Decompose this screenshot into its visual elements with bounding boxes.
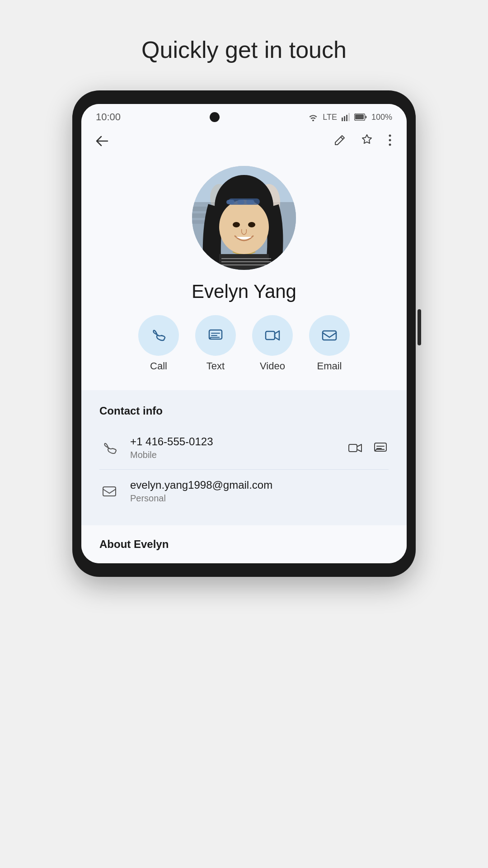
svg-point-7 xyxy=(389,139,391,142)
about-title: About Evelyn xyxy=(99,538,389,551)
svg-rect-0 xyxy=(342,118,343,121)
text-button[interactable] xyxy=(195,315,236,356)
phone-actions xyxy=(347,440,389,456)
lte-label: LTE xyxy=(323,113,337,122)
email-button[interactable] xyxy=(309,315,350,356)
email-contact-text: evelyn.yang1998@gmail.com Personal xyxy=(130,479,389,504)
phone-contact-item: +1 416-555-0123 Mobile xyxy=(99,428,389,467)
svg-point-8 xyxy=(389,144,391,146)
video-label: Video xyxy=(260,360,285,372)
svg-rect-29 xyxy=(349,444,357,452)
svg-rect-21 xyxy=(246,200,254,204)
about-section: About Evelyn xyxy=(81,525,407,563)
svg-rect-28 xyxy=(323,331,336,340)
status-icons: LTE 100% xyxy=(308,113,392,122)
contact-info-section: Contact info +1 416-555-0123 Mobile xyxy=(81,390,407,525)
star-button[interactable] xyxy=(361,134,373,150)
page-title: Quickly get in touch xyxy=(141,36,347,63)
edit-button[interactable] xyxy=(333,134,346,150)
side-button xyxy=(418,309,421,345)
svg-rect-20 xyxy=(237,200,244,204)
email-contact-icon xyxy=(99,481,119,501)
phone-number: +1 416-555-0123 xyxy=(130,435,347,448)
svg-rect-27 xyxy=(266,331,275,340)
action-buttons: Call Text xyxy=(138,315,350,372)
call-button[interactable] xyxy=(138,315,179,356)
email-button-wrap: Email xyxy=(309,315,350,372)
profile-section: Evelyn Yang Call xyxy=(81,157,407,390)
toolbar-actions xyxy=(333,134,392,150)
email-address: evelyn.yang1998@gmail.com xyxy=(130,479,389,491)
status-time: 10:00 xyxy=(96,111,121,123)
toolbar xyxy=(81,127,407,157)
call-label: Call xyxy=(150,360,167,372)
email-contact-item: evelyn.yang1998@gmail.com Personal xyxy=(99,472,389,511)
wifi-icon xyxy=(308,113,318,121)
svg-rect-2 xyxy=(346,115,347,121)
phone-screen: 10:00 LTE xyxy=(81,104,407,563)
email-label: Email xyxy=(317,360,342,372)
phone-text-button[interactable] xyxy=(372,440,389,456)
svg-rect-1 xyxy=(344,116,345,121)
divider-1 xyxy=(99,469,389,470)
contact-info-title: Contact info xyxy=(99,405,389,417)
phone-frame: 10:00 LTE xyxy=(72,90,416,577)
svg-rect-19 xyxy=(226,200,235,204)
video-button[interactable] xyxy=(252,315,293,356)
phone-label: Mobile xyxy=(130,450,347,460)
contact-name: Evelyn Yang xyxy=(192,281,296,302)
text-label: Text xyxy=(206,360,225,372)
video-button-wrap: Video xyxy=(252,315,293,372)
svg-point-17 xyxy=(219,200,269,254)
svg-point-23 xyxy=(248,222,255,227)
phone-icon xyxy=(99,438,119,458)
more-button[interactable] xyxy=(388,134,392,150)
text-button-wrap: Text xyxy=(195,315,236,372)
svg-rect-5 xyxy=(355,114,364,119)
signal-icon xyxy=(342,113,350,121)
svg-rect-31 xyxy=(103,487,116,496)
back-button[interactable] xyxy=(96,134,108,150)
avatar[interactable] xyxy=(192,166,296,270)
phone-video-button[interactable] xyxy=(347,440,363,456)
battery-icon xyxy=(354,113,367,121)
battery-percent: 100% xyxy=(371,113,392,122)
svg-point-6 xyxy=(389,135,391,137)
camera-dot xyxy=(210,112,220,122)
svg-point-22 xyxy=(233,222,240,227)
call-button-wrap: Call xyxy=(138,315,179,372)
status-bar: 10:00 LTE xyxy=(81,104,407,127)
svg-rect-3 xyxy=(348,113,350,121)
email-label-type: Personal xyxy=(130,493,389,504)
phone-contact-text: +1 416-555-0123 Mobile xyxy=(130,435,347,460)
